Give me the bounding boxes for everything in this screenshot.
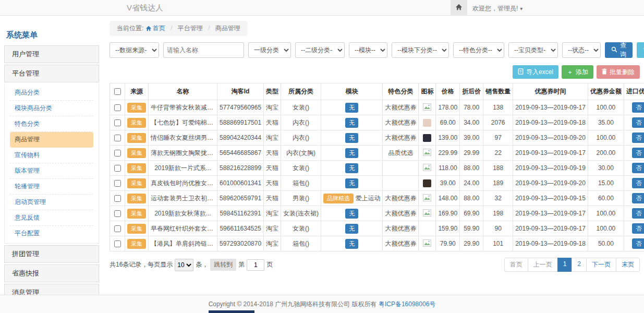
cell-icon xyxy=(419,236,436,251)
cell-coupon-amount: 100.00 xyxy=(588,130,624,146)
name-input[interactable] xyxy=(163,42,244,58)
cell-module: 无 xyxy=(321,146,383,161)
cell-import-optional: 否 xyxy=(624,191,644,206)
cell-sales: 189 xyxy=(483,176,513,191)
table-row: 采集牛仔背带裤女秋装减龄...577479560965淘宝女装()无大额优惠券1… xyxy=(110,100,644,115)
pager-next[interactable]: 下一页 xyxy=(586,258,616,272)
cell-module: 无 xyxy=(321,236,383,251)
sidebar-item-splash-page[interactable]: 启动页管理 xyxy=(10,195,93,210)
jump-page-input[interactable] xyxy=(247,259,264,271)
module-sub-category-select[interactable]: --模块下分类-- xyxy=(392,42,449,58)
sidebar-item-goods-management[interactable]: 商品管理 xyxy=(10,132,93,148)
import-toggle-button[interactable]: 否 xyxy=(632,208,644,219)
home-button[interactable] xyxy=(451,0,467,16)
breadcrumb: 当前位置: 首页 / 平台管理 / 商品管理 xyxy=(110,21,248,36)
column-header-8: 价格 xyxy=(436,83,460,100)
cell-type: 淘宝 xyxy=(264,100,281,115)
jump-button[interactable]: 跳转到 xyxy=(210,259,236,271)
sidebar-item-feature-category[interactable]: 特色分类 xyxy=(10,116,93,132)
cell-feature-category: 品质优选 xyxy=(383,146,419,161)
cell-name: 早春网红针织外套女春... xyxy=(149,221,217,236)
cell-coupon-time: 2019-09-13—2019-09-15 xyxy=(513,191,588,206)
sidebar-item-group-buy[interactable]: 拼团管理 xyxy=(4,245,99,263)
source-badge: 采集 xyxy=(127,239,146,249)
row-checkbox[interactable] xyxy=(114,135,121,141)
row-checkbox[interactable] xyxy=(114,104,121,111)
source-badge: 采集 xyxy=(127,148,146,158)
sidebar-item-feedback[interactable]: 意见反馈 xyxy=(10,210,93,226)
icp-link[interactable]: 粤ICP备16098006号 xyxy=(379,300,435,309)
item-type-select[interactable]: --宝贝类型-- xyxy=(508,42,558,58)
import-toggle-button[interactable]: 否 xyxy=(632,102,644,113)
cell-price: 118.00 xyxy=(436,161,460,176)
sidebar-item-promo-materials[interactable]: 宣传物料 xyxy=(10,148,93,163)
module-badge: 无 xyxy=(345,178,358,188)
import-toggle-button[interactable]: 否 xyxy=(632,163,644,173)
sidebar-item-express-news[interactable]: 省惠快报 xyxy=(4,264,99,282)
breadcrumb-item-platform: 平台管理 xyxy=(178,25,203,32)
row-checkbox[interactable] xyxy=(114,225,121,232)
pager-page-2[interactable]: 2 xyxy=(572,258,587,272)
sidebar-item-module-goods-category[interactable]: 模块商品分类 xyxy=(10,101,93,116)
import-toggle-button[interactable]: 否 xyxy=(632,178,644,188)
import-toggle-button[interactable]: 否 xyxy=(632,238,644,249)
pager-first[interactable]: 首页 xyxy=(504,258,528,272)
cell-coupon-time: 2019-09-13—2019-09-18 xyxy=(513,236,588,251)
reset-button[interactable]: ↻ 重置 xyxy=(637,42,644,58)
search-button[interactable]: 查询 xyxy=(605,42,633,58)
cell-feature-category: 大额优惠券 xyxy=(383,206,419,221)
sidebar-item-carousel[interactable]: 轮播管理 xyxy=(10,179,93,195)
row-checkbox[interactable] xyxy=(114,210,121,217)
cell-discount-price: 59.90 xyxy=(460,221,483,236)
import-toggle-button[interactable]: 否 xyxy=(632,117,644,128)
cell-taoke-id: 565446685867 xyxy=(217,146,264,161)
breadcrumb-home-link[interactable]: 首页 xyxy=(145,25,167,32)
module-select[interactable]: --模块-- xyxy=(349,42,387,58)
row-checkbox[interactable] xyxy=(114,119,121,126)
cell-sales: 198 xyxy=(483,206,513,221)
import-toggle-button[interactable]: 否 xyxy=(632,148,644,158)
level1-category-select[interactable]: 一级分类 xyxy=(248,42,291,58)
cell-name: 牛仔背带裤女秋装减龄... xyxy=(149,100,217,115)
pager-page-1[interactable]: 1 xyxy=(557,258,573,272)
cell-feature-category xyxy=(383,161,419,176)
pager-last[interactable]: 末页 xyxy=(616,258,640,272)
add-button[interactable]: ＋ 添加 xyxy=(562,65,593,79)
user-menu[interactable]: 欢迎您，管理员!▾ xyxy=(472,4,523,13)
level2-category-select[interactable]: --二级分类-- xyxy=(295,42,345,58)
status-select[interactable]: --状态-- xyxy=(562,42,601,58)
sidebar-item-platform[interactable]: 平台管理 xyxy=(4,65,99,82)
sidebar-item-platform-config[interactable]: 平台配置 xyxy=(10,226,93,241)
filter-bar: --数据来源--一级分类--二级分类----模块----模块下分类----特色分… xyxy=(110,42,640,58)
cell-type: 淘宝 xyxy=(264,221,281,236)
row-checkbox[interactable] xyxy=(114,150,121,156)
feature-category-select[interactable]: --特色分类-- xyxy=(453,42,504,58)
cell-category: 女装() xyxy=(281,100,321,115)
import-toggle-button[interactable]: 否 xyxy=(632,193,644,203)
sidebar-item-users[interactable]: 用户管理 xyxy=(4,45,99,63)
import-toggle-button[interactable]: 否 xyxy=(632,223,644,234)
row-checkbox[interactable] xyxy=(114,180,121,187)
row-checkbox[interactable] xyxy=(114,240,121,247)
row-checkbox[interactable] xyxy=(114,165,121,172)
chevron-down-icon: ▾ xyxy=(520,6,523,11)
sidebar-item-messages[interactable]: 消息管理 xyxy=(4,284,99,295)
cell-source: 采集 xyxy=(125,100,149,115)
import-icon xyxy=(518,68,524,76)
jump-prefix: 第 xyxy=(238,260,245,269)
cell-price: 178.00 xyxy=(436,100,460,115)
data-source-select[interactable]: --数据来源-- xyxy=(110,42,159,58)
batch-delete-button[interactable]: 批量删除 xyxy=(597,65,640,79)
cell-price: 169.90 xyxy=(436,206,460,221)
pager-prev[interactable]: 上一页 xyxy=(528,258,558,272)
cell-icon xyxy=(419,115,436,130)
sidebar-item-goods-category[interactable]: 商品分类 xyxy=(10,85,93,101)
per-page-select[interactable]: 10 xyxy=(175,259,193,271)
import-toggle-button[interactable]: 否 xyxy=(632,133,644,143)
import-excel-button[interactable]: 导入excel xyxy=(513,65,558,79)
row-checkbox[interactable] xyxy=(114,195,121,202)
cell-module: 无 xyxy=(321,100,383,115)
sidebar-item-version[interactable]: 版本管理 xyxy=(10,163,93,179)
cell-icon xyxy=(419,191,436,206)
select-all-checkbox[interactable] xyxy=(114,88,121,95)
